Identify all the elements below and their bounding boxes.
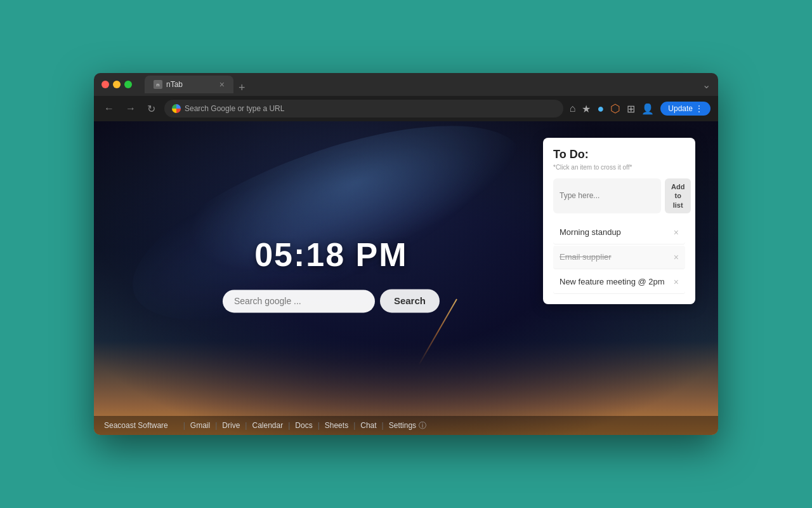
todo-item[interactable]: New feature meeting @ 2pm × [553,271,685,294]
traffic-lights [102,81,132,88]
address-text: Search Google or type a URL [185,104,284,113]
chrome-titlebar: n nTab × + ⌄ [94,73,718,96]
maximize-traffic-light[interactable] [124,81,132,88]
back-button[interactable]: ← [102,100,117,117]
bottom-brand: Seacoast Software [104,421,168,430]
home-icon[interactable]: ⌂ [570,103,576,114]
settings-info-icon[interactable]: ⓘ [419,420,426,431]
bottom-link-settings[interactable]: Settings [389,421,416,430]
bottom-link-calendar[interactable]: Calendar [252,421,283,430]
separator: | [353,421,355,430]
tab-favicon: n [154,80,162,89]
separator: | [288,421,290,430]
todo-item-close-button[interactable]: × [674,252,679,262]
bookmark-icon[interactable]: ★ [582,103,591,115]
tab-title: nTab [166,80,183,89]
chrome-toolbar: ← → ↻ Search Google or type a URL ⌂ ★ ● … [94,96,718,121]
puzzle-icon[interactable]: ⊞ [627,103,635,115]
todo-item-text: New feature meeting @ 2pm [560,277,665,286]
todo-item-close-button[interactable]: × [674,277,679,287]
todo-items-list: Morning standup × Email supplier × New f… [553,221,685,294]
search-input[interactable] [223,290,375,312]
todo-add-row: Addto list [553,178,685,213]
new-tab-button[interactable]: + [233,82,251,93]
update-btn-label: Update [668,104,693,113]
todo-add-input[interactable] [553,178,661,213]
separator: | [382,421,384,430]
reload-button[interactable]: ↻ [145,100,158,117]
bottom-link-chat[interactable]: Chat [360,421,376,430]
update-button[interactable]: Update ⋮ [660,102,710,116]
separator: | [215,421,217,430]
bottom-link-sheets[interactable]: Sheets [325,421,348,430]
update-btn-dots: ⋮ [695,104,703,113]
tab-menu-button[interactable]: ⌄ [702,79,710,91]
clock-display: 05:18 PM [254,236,407,274]
separator: | [183,421,185,430]
browser-content: 05:18 PM Search To Do: *Click an item to… [94,121,718,435]
separator: | [318,421,320,430]
todo-title: To Do: [553,148,685,161]
user-icon[interactable]: 👤 [641,103,654,115]
bottom-link-docs[interactable]: Docs [295,421,312,430]
todo-item[interactable]: Email supplier × [553,246,685,269]
active-tab[interactable]: n nTab × [145,76,233,93]
separator: | [245,421,247,430]
todo-panel: To Do: *Click an item to cross it off* A… [543,138,695,304]
toolbar-actions: ⌂ ★ ● ⬡ ⊞ 👤 Update ⋮ [570,102,710,116]
bottom-link-drive[interactable]: Drive [222,421,240,430]
todo-item[interactable]: Morning standup × [553,221,685,244]
tab-bar: n nTab × + [145,76,697,93]
browser-window: n nTab × + ⌄ ← → ↻ Search Google or type… [94,73,718,435]
profile-icon[interactable]: ● [597,102,604,116]
search-row: Search [223,289,440,312]
minimize-traffic-light[interactable] [113,81,121,88]
forward-button[interactable]: → [123,100,138,117]
search-button[interactable]: Search [380,289,440,312]
tab-close-button[interactable]: × [219,79,225,90]
todo-item-close-button[interactable]: × [674,227,679,237]
todo-hint: *Click an item to cross it off* [553,164,685,171]
center-ui: 05:18 PM Search [223,236,440,312]
bottom-bar: Seacoast Software | Gmail | Drive | Cale… [94,416,718,435]
todo-add-button[interactable]: Addto list [665,178,691,213]
todo-item-text: Email supplier [560,252,612,262]
todo-item-text: Morning standup [560,227,621,237]
close-traffic-light[interactable] [102,81,109,88]
address-bar[interactable]: Search Google or type a URL [164,100,563,117]
bottom-link-gmail[interactable]: Gmail [190,421,210,430]
extension-icon[interactable]: ⬡ [610,102,620,116]
google-icon [172,104,181,113]
